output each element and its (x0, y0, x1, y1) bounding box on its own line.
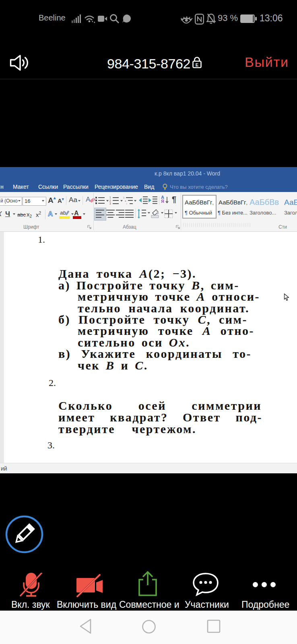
svg-text:a: a (125, 200, 126, 202)
svg-text:3: 3 (109, 202, 111, 205)
svg-text:E: E (196, 62, 198, 67)
svg-text:1: 1 (123, 196, 125, 199)
svg-text:i: i (126, 202, 127, 205)
svg-text:1: 1 (109, 196, 111, 199)
svg-text:2: 2 (109, 199, 111, 202)
